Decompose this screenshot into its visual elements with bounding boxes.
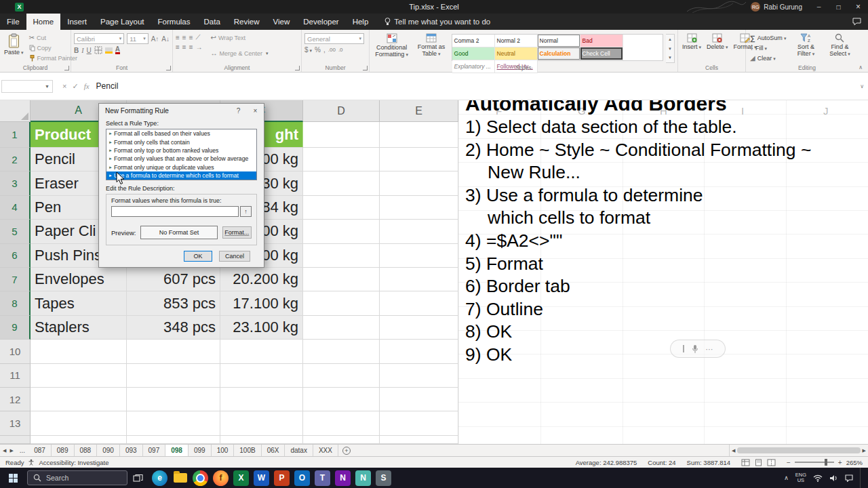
sort-filter-button[interactable]: AZ Sort & Filter: [790, 32, 821, 63]
page-break-view-icon[interactable]: [767, 459, 776, 466]
sheet-tab-098-active[interactable]: 098: [165, 445, 189, 456]
horizontal-scrollbar[interactable]: ◀ ▶: [729, 445, 868, 456]
style-comma-2[interactable]: Comma 2: [452, 35, 495, 47]
italic-button[interactable]: I: [81, 47, 83, 54]
formula-bar-value[interactable]: Pencil: [96, 81, 119, 91]
bold-button[interactable]: B: [74, 47, 79, 54]
tab-page-layout[interactable]: Page Layout: [94, 14, 151, 30]
cell-D13[interactable]: [303, 411, 380, 435]
cell-E13[interactable]: [380, 411, 458, 435]
sheet-tab-099[interactable]: 099: [189, 445, 212, 456]
cancel-button[interactable]: Cancel: [219, 251, 250, 262]
cell-C10[interactable]: [220, 340, 303, 363]
cell-E11[interactable]: [380, 364, 458, 388]
cell-C8[interactable]: 17.100 kg: [220, 291, 303, 315]
rule-item-cells-contain[interactable]: Format only cells that contain: [106, 138, 256, 146]
cell-D8[interactable]: [303, 291, 380, 315]
row-header-7[interactable]: 7: [0, 268, 31, 291]
dialog-titlebar[interactable]: New Formatting Rule ? ×: [99, 104, 264, 118]
percent-button[interactable]: %: [315, 46, 321, 54]
zoom-slider-thumb[interactable]: [825, 459, 827, 466]
ok-button[interactable]: OK: [184, 251, 212, 262]
firefox-icon[interactable]: [213, 470, 229, 486]
zoom-out-button[interactable]: −: [787, 459, 791, 466]
powerpoint-icon[interactable]: [274, 470, 290, 486]
cell-B13[interactable]: [127, 411, 220, 435]
cell-D9[interactable]: [303, 316, 380, 340]
excel-app-icon[interactable]: X: [15, 3, 24, 12]
clipboard-dialog-launcher[interactable]: [64, 66, 69, 70]
cell-E4[interactable]: [380, 196, 458, 220]
row-header-13[interactable]: 13: [0, 411, 31, 435]
row-header-12[interactable]: 12: [0, 388, 31, 411]
floating-capture-toolbar[interactable]: ⋯: [670, 340, 726, 358]
wifi-icon[interactable]: [813, 474, 823, 482]
start-button[interactable]: [0, 468, 26, 488]
decrease-font-icon[interactable]: A↓: [161, 35, 170, 43]
alignment-dialog-launcher[interactable]: [295, 66, 300, 70]
cell-D6[interactable]: [303, 244, 380, 268]
taskbar-search[interactable]: Search: [27, 470, 127, 485]
font-dialog-launcher[interactable]: [166, 66, 171, 70]
align-middle-icon[interactable]: ≡: [182, 34, 186, 41]
cell-A10[interactable]: [31, 340, 127, 363]
cell-D7[interactable]: [303, 268, 380, 291]
name-box[interactable]: ▼: [1, 80, 53, 93]
edge-icon[interactable]: [152, 470, 167, 486]
cell-A13[interactable]: [31, 411, 127, 435]
align-left-icon[interactable]: ≡: [176, 43, 180, 51]
tab-home[interactable]: Home: [26, 14, 61, 30]
align-top-icon[interactable]: ≡: [176, 34, 180, 41]
enter-entry-icon[interactable]: [72, 82, 78, 91]
collapse-ribbon-icon[interactable]: ∧: [859, 64, 863, 70]
action-center-icon[interactable]: [845, 474, 853, 482]
number-format-combo[interactable]: General▾: [304, 33, 364, 44]
cell-B9[interactable]: 348 pcs: [127, 316, 220, 340]
teams-icon[interactable]: [315, 470, 330, 486]
tab-data[interactable]: Data: [197, 14, 227, 30]
sheet-tab-093[interactable]: 093: [120, 445, 143, 456]
microphone-icon[interactable]: [692, 344, 698, 354]
maximize-button[interactable]: [829, 0, 848, 14]
settings-icon[interactable]: [376, 470, 391, 486]
zoom-in-button[interactable]: +: [838, 459, 842, 466]
row-header-5[interactable]: 5: [0, 220, 31, 243]
cell-E8[interactable]: [380, 291, 458, 315]
column-header-E[interactable]: E: [380, 100, 458, 122]
autosum-button[interactable]: ∑AutoSum: [749, 33, 787, 42]
cell-D10[interactable]: [303, 340, 380, 363]
row-header-6[interactable]: 6: [0, 244, 31, 268]
tell-me-search[interactable]: Tell me what you want to do: [384, 14, 490, 30]
accessibility-status[interactable]: Accessibility: Investigate: [39, 459, 108, 466]
row-header-1[interactable]: 1: [0, 122, 31, 148]
insert-function-icon[interactable]: [84, 82, 90, 90]
row-header-3[interactable]: 3: [0, 171, 31, 195]
cell-D2[interactable]: [303, 148, 380, 171]
sheet-tab-097[interactable]: 097: [143, 445, 166, 456]
cancel-entry-icon[interactable]: [62, 82, 66, 90]
orientation-icon[interactable]: ⟋: [196, 33, 201, 41]
tab-formulas[interactable]: Formulas: [151, 14, 197, 30]
style-calculation[interactable]: Calculation: [538, 47, 580, 60]
cell-E5[interactable]: [380, 220, 458, 243]
accounting-format-button[interactable]: $: [304, 46, 312, 54]
sheet-prev-icon[interactable]: ◀: [3, 448, 6, 453]
cell-C7[interactable]: 20.200 kg: [220, 268, 303, 291]
conditional-formatting-button[interactable]: Conditional Formatting: [372, 32, 411, 63]
fill-button[interactable]: ↓Fill: [749, 43, 787, 52]
cell-E2[interactable]: [380, 148, 458, 171]
font-size-combo[interactable]: 11▾: [127, 33, 148, 44]
fill-color-icon[interactable]: [105, 47, 113, 54]
file-explorer-icon[interactable]: [172, 470, 188, 486]
borders-icon[interactable]: [94, 46, 102, 54]
wrap-text-button[interactable]: ↩Wrap Text: [210, 33, 270, 42]
cell-E7[interactable]: [380, 268, 458, 291]
rule-item-use-formula[interactable]: Use a formula to determine which cells t…: [106, 171, 256, 180]
show-desktop-button[interactable]: [860, 468, 863, 488]
minimize-button[interactable]: [809, 0, 829, 14]
speaker-icon[interactable]: [829, 474, 838, 482]
sheet-tab-100[interactable]: 100: [212, 445, 235, 456]
cell-E1[interactable]: [380, 122, 458, 148]
scroll-right-icon[interactable]: ▶: [863, 448, 866, 453]
style-good[interactable]: Good: [452, 47, 495, 60]
